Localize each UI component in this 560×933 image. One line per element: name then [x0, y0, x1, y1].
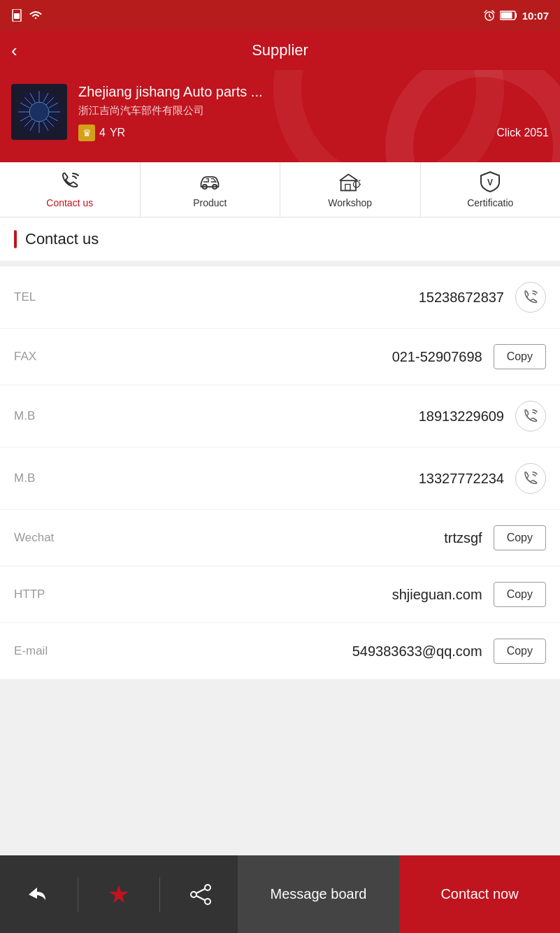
tel-label: TEL	[14, 290, 84, 304]
section-header: Contact us	[0, 218, 560, 261]
message-board-label: Message board	[271, 886, 367, 902]
fax-value: 021-52907698	[84, 349, 482, 365]
supplier-cn-name: 浙江吉尚汽车部件有限公司	[78, 104, 549, 117]
svg-line-37	[196, 889, 205, 893]
http-copy-button[interactable]: Copy	[494, 582, 546, 607]
http-label: HTTP	[14, 587, 84, 601]
yr-label: YR	[110, 127, 125, 139]
tab-workshop-label: Workshop	[328, 197, 372, 208]
message-board-button[interactable]: Message board	[238, 855, 399, 933]
years-number: 4	[99, 127, 106, 139]
svg-point-36	[205, 899, 210, 904]
supplier-banner: Zhejiang jishang Auto parts ... 浙江吉尚汽车部件…	[0, 70, 560, 162]
contact-now-label: Contact now	[440, 886, 518, 902]
page-title: Supplier	[252, 41, 308, 59]
crown-icon: ♛	[78, 124, 95, 141]
wechat-copy-button[interactable]: Copy	[494, 525, 546, 550]
shield-icon: V	[479, 171, 501, 193]
phone-icon	[59, 171, 81, 193]
tab-certificatio-label: Certificatio	[467, 197, 513, 208]
car-icon	[199, 171, 221, 193]
supplier-info-text: Zhejiang jishang Auto parts ... 浙江吉尚汽车部件…	[78, 84, 549, 141]
svg-point-35	[191, 892, 196, 897]
svg-rect-1	[14, 13, 20, 19]
tel-value: 15238672837	[84, 290, 504, 306]
contact-now-button[interactable]: Contact now	[399, 855, 560, 933]
email-copy-button[interactable]: Copy	[494, 639, 546, 664]
tab-product[interactable]: Product	[141, 162, 281, 217]
svg-rect-28	[345, 185, 350, 191]
email-value: 549383633@qq.com	[84, 643, 482, 660]
mb2-label: M.B	[14, 471, 84, 485]
mb1-call-button[interactable]	[515, 401, 546, 432]
call-icon	[523, 290, 538, 305]
tab-contact-us[interactable]: Contact us	[0, 162, 141, 217]
share-button[interactable]	[181, 875, 220, 914]
tab-product-label: Product	[193, 197, 227, 208]
wechat-label: Wechat	[14, 531, 84, 545]
alarm-icon	[483, 9, 496, 22]
supplier-name: Zhejiang jishang Auto parts ...	[78, 84, 549, 100]
email-label: E-mail	[14, 644, 84, 658]
battery-icon	[500, 10, 518, 20]
supplier-logo	[11, 84, 67, 140]
bottom-bar: Message board Contact now	[0, 855, 560, 933]
back-action-button[interactable]	[17, 875, 57, 914]
bottom-actions	[0, 855, 238, 933]
contact-row-tel: TEL 15238672837	[0, 266, 560, 329]
svg-text:V: V	[487, 178, 493, 187]
svg-rect-6	[501, 13, 512, 19]
favorite-button[interactable]	[99, 875, 138, 914]
status-icons-left	[11, 9, 43, 22]
section-title: Contact us	[25, 230, 99, 248]
supplier-years: ♛ 4 YR	[78, 124, 125, 141]
header: ‹ Supplier	[0, 31, 560, 70]
bottom-divider	[78, 877, 78, 912]
contact-row-mb1: M.B 18913229609	[0, 385, 560, 448]
contact-row-wechat: Wechat trtzsgf Copy	[0, 510, 560, 567]
contact-row-mb2: M.B 13327772234	[0, 448, 560, 510]
star-icon	[106, 882, 131, 907]
contact-row-fax: FAX 021-52907698 Copy	[0, 329, 560, 385]
wechat-value: trtzsgf	[84, 530, 482, 546]
click-count: Click 2051	[496, 127, 549, 139]
red-bar-decoration	[14, 230, 17, 248]
mb2-call-button[interactable]	[515, 463, 546, 494]
svg-point-34	[205, 885, 210, 890]
tab-certificatio[interactable]: V Certificatio	[421, 162, 561, 217]
status-icons-right: 10:07	[483, 9, 549, 22]
reply-icon	[24, 882, 50, 907]
workshop-icon	[339, 171, 361, 193]
bottom-divider-2	[159, 877, 160, 912]
time-display: 10:07	[522, 10, 549, 22]
mb2-value: 13327772234	[84, 471, 504, 487]
call-icon-3	[523, 471, 538, 486]
http-value: shjieguan.com	[84, 587, 482, 603]
nav-tabs: Contact us Product Workshop V Cert	[0, 162, 560, 218]
sim-icon	[11, 9, 22, 22]
contact-row-email: E-mail 549383633@qq.com Copy	[0, 623, 560, 680]
fax-label: FAX	[14, 350, 84, 364]
contact-list: TEL 15238672837 FAX 021-52907698 Copy M.…	[0, 266, 560, 680]
mb1-label: M.B	[14, 409, 84, 423]
tel-call-button[interactable]	[515, 282, 546, 313]
share-icon	[188, 882, 213, 907]
fax-copy-button[interactable]: Copy	[494, 344, 546, 369]
svg-line-38	[196, 896, 205, 900]
wifi-icon	[28, 10, 43, 21]
call-icon-2	[523, 408, 538, 424]
contact-row-http: HTTP shjieguan.com Copy	[0, 567, 560, 623]
svg-point-8	[29, 102, 49, 122]
svg-line-31	[359, 180, 360, 181]
svg-line-4	[489, 16, 491, 17]
mb1-value: 18913229609	[84, 408, 504, 425]
tab-contact-us-label: Contact us	[46, 197, 93, 208]
status-bar: 10:07	[0, 0, 560, 31]
back-button[interactable]: ‹	[11, 41, 17, 59]
tab-workshop[interactable]: Workshop	[280, 162, 421, 217]
